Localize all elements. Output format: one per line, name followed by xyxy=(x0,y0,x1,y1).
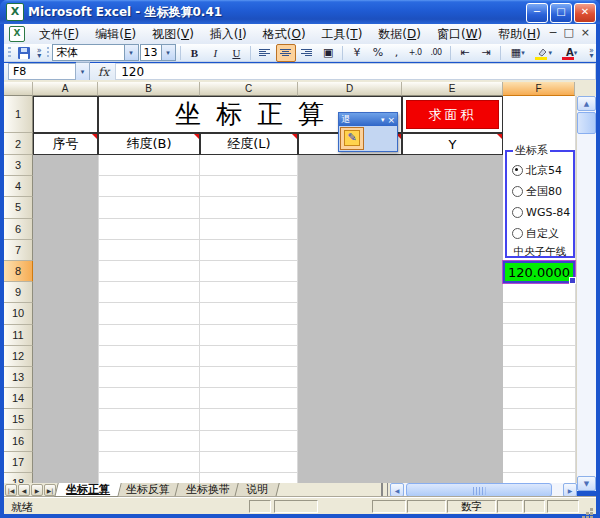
close-icon[interactable]: × xyxy=(387,115,395,125)
select-all-corner[interactable] xyxy=(4,82,33,96)
align-right-button[interactable] xyxy=(297,44,317,62)
menu-item[interactable]: 编辑(E) xyxy=(87,24,144,45)
cell-c2[interactable]: 经度(L) xyxy=(200,133,298,155)
sheet-tab[interactable]: 坐标反算 xyxy=(114,483,181,497)
chevron-down-icon[interactable]: ▾ xyxy=(161,45,175,60)
italic-button[interactable]: I xyxy=(205,44,225,62)
menu-item[interactable]: 视图(V) xyxy=(144,24,202,45)
row-header[interactable]: 2 xyxy=(4,133,33,155)
sheet-tab[interactable]: 坐标正算 xyxy=(54,483,121,497)
row-header[interactable]: 6 xyxy=(4,219,33,240)
cell-e2[interactable]: Y xyxy=(402,133,503,155)
floating-toolbar-titlebar[interactable]: 退 ▾ × xyxy=(339,113,397,126)
column-header[interactable]: C xyxy=(200,82,298,96)
radio-option[interactable]: 全国80 xyxy=(507,181,573,202)
cell-a2[interactable]: 序号 xyxy=(33,133,98,155)
sheet-tab[interactable]: 坐标换带 xyxy=(174,483,241,497)
horizontal-scrollbar[interactable]: ◀ ▶ xyxy=(390,483,577,497)
toolbar-options-button[interactable]: »▾ xyxy=(35,48,44,58)
row-header[interactable]: 10 xyxy=(4,303,33,324)
font-color-button[interactable]: A▾ xyxy=(559,44,585,62)
borders-button[interactable]: ▦▾ xyxy=(505,44,531,62)
column-header[interactable]: E xyxy=(402,82,503,96)
workbook-close-button[interactable]: × xyxy=(581,26,590,39)
row-header[interactable]: 8 xyxy=(4,261,33,282)
menu-item[interactable]: 格式(O) xyxy=(255,24,314,45)
menu-item[interactable]: 窗口(W) xyxy=(429,24,490,45)
align-center-button[interactable] xyxy=(276,44,296,62)
increase-indent-button[interactable]: ⇥ xyxy=(476,44,496,62)
fill-handle[interactable] xyxy=(569,277,576,284)
merge-center-button[interactable]: ▣ xyxy=(318,44,338,62)
scroll-left-button[interactable]: ◀ xyxy=(390,483,404,497)
percent-style-button[interactable]: % xyxy=(368,44,388,62)
cell-e1[interactable]: 求面积 xyxy=(402,96,503,133)
resize-grip[interactable] xyxy=(582,500,594,512)
row-header[interactable]: 9 xyxy=(4,282,33,303)
insert-function-button[interactable]: fx xyxy=(98,65,109,79)
scroll-right-button[interactable]: ▶ xyxy=(563,483,577,497)
row-header[interactable]: 18 xyxy=(4,473,33,483)
row-header[interactable]: 17 xyxy=(4,452,33,473)
font-name-combo[interactable]: 宋体 ▾ xyxy=(52,44,138,61)
column-e-body[interactable] xyxy=(402,155,503,483)
column-header[interactable]: B xyxy=(98,82,200,96)
toolbar-grip[interactable] xyxy=(8,47,11,59)
save-button[interactable] xyxy=(14,44,34,62)
row-header[interactable]: 13 xyxy=(4,367,33,388)
decrease-decimal-button[interactable]: .00 xyxy=(426,44,446,62)
row-header[interactable]: 1 xyxy=(4,96,33,133)
vertical-scroll-thumb[interactable] xyxy=(577,112,596,134)
font-size-combo[interactable]: 13 ▾ xyxy=(140,44,176,61)
scroll-up-button[interactable]: ▲ xyxy=(577,96,596,111)
currency-style-button[interactable]: ¥ xyxy=(347,44,367,62)
chevron-down-icon[interactable]: ▾ xyxy=(381,116,385,124)
column-a-body[interactable] xyxy=(33,155,98,483)
toolbar-grip[interactable] xyxy=(47,47,50,59)
radio-option[interactable]: WGS-84 xyxy=(507,202,573,223)
menu-item[interactable]: 工具(T) xyxy=(314,24,371,45)
horizontal-scroll-thumb[interactable] xyxy=(406,483,552,497)
menu-item[interactable]: 帮助(H) xyxy=(490,24,548,45)
row-header[interactable]: 15 xyxy=(4,409,33,430)
cell-a1[interactable] xyxy=(33,96,98,133)
row-header[interactable]: 4 xyxy=(4,176,33,197)
menu-item[interactable]: 插入(I) xyxy=(202,24,255,45)
calc-area-button[interactable]: 求面积 xyxy=(406,100,499,129)
menu-item[interactable]: 数据(D) xyxy=(370,24,429,45)
radio-option[interactable]: 自定义 xyxy=(507,223,573,244)
radio-option[interactable]: 北京54 xyxy=(507,160,573,181)
row-header[interactable]: 14 xyxy=(4,388,33,409)
draw-macro-button[interactable]: ✎ xyxy=(340,127,364,150)
maximize-button[interactable]: □ xyxy=(550,3,572,23)
tab-nav-button[interactable]: ▶ xyxy=(31,484,43,496)
column-header[interactable]: F xyxy=(503,82,575,96)
column-header[interactable]: A xyxy=(33,82,98,96)
row-header[interactable]: 11 xyxy=(4,325,33,346)
increase-decimal-button[interactable]: +.0 xyxy=(405,44,425,62)
tab-split-handle[interactable] xyxy=(381,483,388,496)
row-header[interactable]: 5 xyxy=(4,197,33,218)
row-header[interactable]: 12 xyxy=(4,346,33,367)
underline-button[interactable]: U xyxy=(226,44,246,62)
close-button[interactable]: ✕ xyxy=(574,3,596,23)
workbook-restore-button[interactable]: □ xyxy=(563,26,573,39)
row-header[interactable]: 3 xyxy=(4,155,33,176)
column-b-body[interactable] xyxy=(98,155,200,483)
column-d-body[interactable] xyxy=(298,155,402,483)
fill-color-button[interactable]: ▾ xyxy=(532,44,558,62)
toolbar-overflow-button[interactable]: »▾ xyxy=(587,48,596,58)
tab-nav-button[interactable]: |◀ xyxy=(5,484,17,496)
comma-style-button[interactable]: , xyxy=(389,44,404,62)
decrease-indent-button[interactable]: ⇤ xyxy=(455,44,475,62)
name-box-dropdown[interactable]: ▾ xyxy=(76,62,90,81)
column-header[interactable]: D xyxy=(298,82,402,96)
align-left-button[interactable] xyxy=(255,44,275,62)
vertical-scrollbar[interactable]: ▲ ▼ xyxy=(576,96,596,491)
scroll-down-button[interactable]: ▼ xyxy=(577,476,596,491)
cell-b2[interactable]: 纬度(B) xyxy=(98,133,200,155)
row-header[interactable]: 16 xyxy=(4,430,33,451)
selected-cell-f8[interactable]: 120.0000 xyxy=(503,261,575,283)
column-c-body[interactable] xyxy=(200,155,298,483)
workbook-minimize-button[interactable]: ─ xyxy=(550,26,557,39)
